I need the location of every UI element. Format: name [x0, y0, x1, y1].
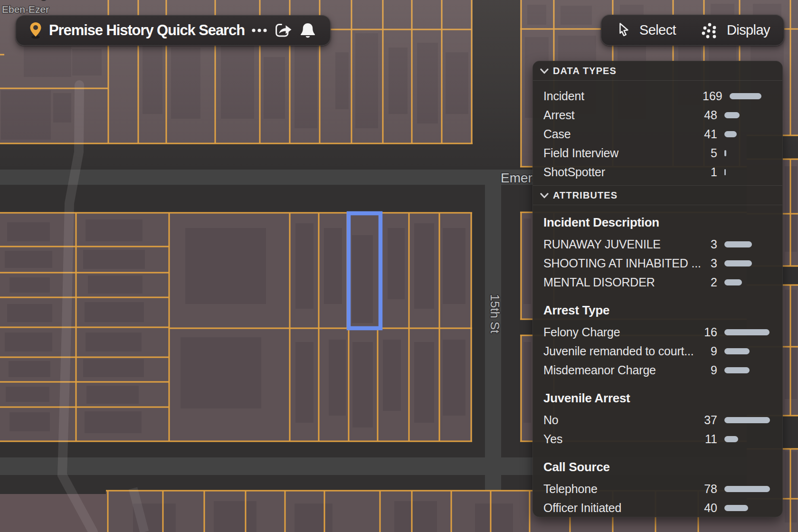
- svg-text:Eben-Ezer: Eben-Ezer: [2, 4, 49, 15]
- svg-text:15th St: 15th St: [488, 294, 502, 333]
